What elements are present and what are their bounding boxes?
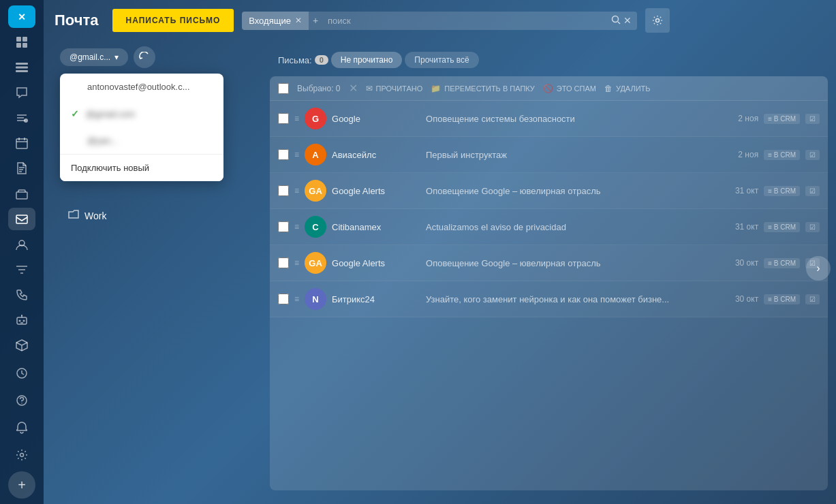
notifications-icon[interactable]: [8, 414, 35, 441]
email-menu-icon: ≡: [294, 258, 299, 268]
tasks-icon[interactable]: [8, 107, 35, 129]
contacts-icon[interactable]: [8, 233, 35, 255]
package-icon[interactable]: [8, 334, 35, 357]
email-row[interactable]: ≡ G Google Оповещение системы безопаснос…: [270, 101, 828, 137]
letters-label: Письма:: [278, 55, 312, 65]
email-subject: Первый инструктаж: [426, 150, 719, 160]
search-icons: ✕: [606, 15, 637, 27]
email-row[interactable]: ≡ GA Google Alerts Оповещение Google – ю…: [270, 245, 828, 281]
email-action-button[interactable]: ☑: [805, 294, 820, 304]
account-email-yandex: @yan...: [87, 136, 118, 146]
search-plus-icon: +: [309, 15, 322, 26]
email-crm-button[interactable]: ≡ В CRM: [764, 258, 800, 268]
search-close-icon[interactable]: ✕: [623, 15, 632, 26]
search-icon[interactable]: [611, 15, 621, 27]
email-date: 30 окт: [724, 294, 758, 304]
email-action-button[interactable]: ☑: [805, 186, 820, 196]
email-crm-button[interactable]: ≡ В CRM: [764, 222, 800, 232]
email-menu-icon: ≡: [294, 294, 299, 304]
select-all-checkbox[interactable]: [278, 83, 289, 94]
main-area: Почта НАПИСАТЬ ПИСЬМО Входящие ✕ + ✕: [44, 0, 836, 504]
email-crm-button[interactable]: ≡ В CRM: [764, 150, 800, 160]
svg-rect-5: [16, 66, 28, 68]
header: Почта НАПИСАТЬ ПИСЬМО Входящие ✕ + ✕: [44, 0, 836, 41]
drive-icon[interactable]: [8, 183, 35, 205]
calendar-icon[interactable]: [8, 132, 35, 155]
account-item-gmail[interactable]: ✓ @gmail.com: [60, 100, 223, 127]
email-list: ≡ G Google Оповещение системы безопаснос…: [270, 101, 828, 317]
chevron-down-icon: ▾: [114, 52, 119, 62]
clock-icon[interactable]: [8, 360, 35, 387]
grid-icon[interactable]: [8, 31, 35, 53]
email-sender: Citibanamex: [332, 222, 420, 232]
email-checkbox-4[interactable]: [278, 257, 289, 268]
email-checkbox-0[interactable]: [278, 113, 289, 124]
account-dropdown[interactable]: @gmail.c... ▾: [60, 48, 128, 66]
email-action-button[interactable]: ☑: [805, 114, 820, 124]
account-item-outlook[interactable]: antonovastef@outlook.c...: [60, 74, 223, 100]
email-row[interactable]: ≡ C Citibanamex Actualizamos el aviso de…: [270, 209, 828, 245]
move-to-folder-button[interactable]: 📁 ПЕРЕМЕСТИТЬ В ПАПКУ: [431, 84, 535, 93]
email-row[interactable]: ≡ GA Google Alerts Оповещение Google – ю…: [270, 173, 828, 209]
svg-rect-10: [16, 215, 27, 223]
email-row[interactable]: ≡ N Битрикс24 Узнайте, кого заменит нейр…: [270, 281, 828, 317]
mark-read-button[interactable]: ✉ ПРОЧИТАНО: [366, 84, 423, 93]
email-action-button[interactable]: ☑: [805, 150, 820, 160]
chat-icon[interactable]: [8, 81, 35, 104]
table-icon[interactable]: [8, 56, 35, 78]
tab-close-icon[interactable]: ✕: [295, 16, 302, 25]
account-dropdown-menu: antonovastef@outlook.c... ✓ @gmail.com @…: [60, 74, 223, 181]
account-item-yandex[interactable]: @yan...: [60, 127, 223, 154]
email-crm-button[interactable]: ≡ В CRM: [764, 186, 800, 196]
read-all-button[interactable]: Прочитать всё: [405, 52, 478, 68]
bar-divider: ✕: [349, 82, 358, 95]
filter-icon[interactable]: [8, 258, 35, 281]
svg-point-15: [21, 315, 22, 316]
email-date: 2 ноя: [724, 150, 758, 159]
selection-count: Выбрано: 0: [297, 84, 341, 93]
search-input[interactable]: [322, 12, 606, 30]
email-subject: Оповещение Google – ювелирная отрасль: [426, 186, 719, 196]
check-icon: ✓: [71, 108, 79, 119]
email-checkbox-5[interactable]: [278, 294, 289, 304]
email-subject: Оповещение Google – ювелирная отрасль: [426, 258, 719, 268]
compose-button[interactable]: НАПИСАТЬ ПИСЬМО: [112, 9, 234, 32]
sidebar: ✕: [0, 0, 44, 504]
email-checkbox-1[interactable]: [278, 149, 289, 160]
svg-rect-2: [16, 43, 21, 48]
email-crm-button[interactable]: ≡ В CRM: [764, 294, 800, 304]
account-email-gmail: @gmail.com: [86, 109, 135, 119]
email-action-button[interactable]: ☑: [805, 222, 820, 232]
email-date: 31 окт: [724, 222, 758, 232]
close-icon[interactable]: ✕: [8, 5, 35, 28]
mark-spam-button[interactable]: 🚫 ЭТО СПАМ: [543, 84, 596, 93]
docs-icon[interactable]: [8, 157, 35, 180]
inbox-tab[interactable]: Входящие ✕: [242, 12, 309, 30]
settings-button[interactable]: [645, 8, 670, 33]
email-subject: Оповещение системы безопасности: [426, 114, 719, 124]
bot-icon[interactable]: [8, 309, 35, 332]
email-row[interactable]: ≡ А Авиасейлс Первый инструктаж 2 ноя ≡ …: [270, 137, 828, 173]
mail-icon[interactable]: [8, 208, 35, 230]
email-avatar: GA: [305, 180, 326, 202]
svg-rect-6: [16, 70, 28, 72]
settings-icon[interactable]: [8, 441, 35, 469]
email-subject: Узнайте, кого заменит нейронка и как она…: [426, 294, 719, 304]
add-icon[interactable]: +: [8, 471, 35, 499]
left-panel: @gmail.c... ▾ antonovastef@outlook.c...: [52, 41, 270, 496]
refresh-button[interactable]: [134, 46, 155, 68]
unread-filter-button[interactable]: Не прочитано: [331, 52, 403, 68]
phone-icon[interactable]: [8, 284, 35, 306]
email-crm-button[interactable]: ≡ В CRM: [764, 114, 800, 124]
folder-item-work[interactable]: Work: [60, 204, 262, 227]
svg-point-7: [24, 119, 28, 123]
connect-new-button[interactable]: Подключить новый: [60, 155, 223, 181]
delete-button[interactable]: 🗑 УДАЛИТЬ: [604, 84, 651, 93]
email-checkbox-2[interactable]: [278, 185, 289, 196]
right-panel: Письма: 0 Не прочитано Прочитать всё Выб…: [270, 41, 836, 496]
email-list-container: Выбрано: 0 ✕ ✉ ПРОЧИТАНО 📁 ПЕРЕМЕСТИТЬ В…: [270, 76, 828, 490]
help-icon[interactable]: [8, 387, 35, 414]
svg-rect-4: [16, 63, 28, 65]
scroll-right-hint[interactable]: ›: [806, 256, 831, 281]
email-checkbox-3[interactable]: [278, 221, 289, 232]
